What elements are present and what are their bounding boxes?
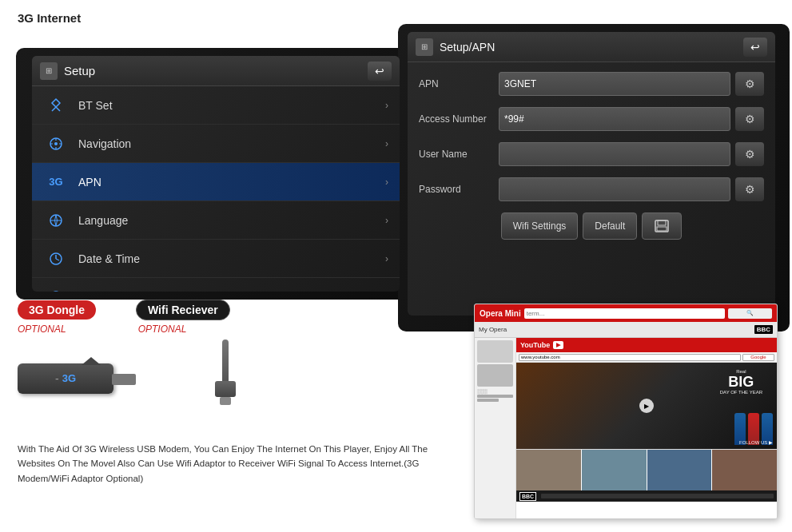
apn-field-input[interactable] [499, 72, 730, 96]
badge-row: 3G Dongle Wifi Reciever [18, 300, 385, 320]
youtube-content: YouTube ▶ Google ▶ Real BIG DAY OF THE Y… [516, 338, 777, 518]
optional-row: OPTIONAL OPTIONAL [18, 324, 385, 335]
apn-field-row: APN ⚙ [419, 69, 764, 99]
dongle-images: - 3G [18, 339, 385, 419]
language-label: Language [78, 214, 385, 227]
apn-grid-icon: ⊞ [416, 38, 433, 56]
password-label: Password [419, 184, 499, 195]
language-chevron-icon: › [385, 215, 388, 226]
apn-panel: ⊞ Setup/APN ↩ APN ⚙ Access Number ⚙ User… [408, 32, 775, 316]
dongle-cap [82, 357, 101, 365]
thumb-3 [647, 450, 713, 490]
apn-label: APN [78, 176, 385, 189]
browser-panel: Opera Mini 🔍 My Opera BBC ░░░ YouTube ▶ [474, 304, 778, 519]
dongle-section: 3G Dongle Wifi Reciever OPTIONAL OPTIONA… [18, 300, 385, 419]
datetime-chevron-icon: › [385, 253, 388, 264]
access-number-input[interactable] [499, 107, 730, 131]
bt-set-label: BT Set [78, 99, 385, 112]
yt-hero-image: ▶ Real BIG DAY OF THE YEAR FOLLOW US ▶ [516, 363, 777, 449]
access-number-label: Access Number [419, 113, 499, 125]
apn-action-buttons: Wifi Settings Default [419, 212, 764, 240]
svg-rect-14 [658, 220, 666, 225]
wifi-optional-label: OPTIONAL [138, 324, 187, 335]
sidebar-line-2 [477, 399, 499, 402]
setup-title: Setup [64, 64, 368, 77]
hero-text: Real BIG DAY OF THE YEAR [720, 369, 762, 395]
sidebar-thumb-1 [477, 340, 513, 363]
apn-back-button[interactable]: ↩ [743, 38, 767, 57]
navigation-chevron-icon: › [385, 138, 388, 149]
apn-form: APN ⚙ Access Number ⚙ User Name ⚙ Passwo… [408, 62, 775, 246]
clock-icon [43, 246, 69, 272]
username-gear-button[interactable]: ⚙ [735, 142, 764, 166]
default-button[interactable]: Default [583, 212, 637, 240]
svg-point-11 [50, 292, 62, 292]
menu-item-apn[interactable]: 3G APN › [32, 163, 400, 201]
access-number-gear-button[interactable]: ⚙ [735, 107, 764, 131]
setup-grid-icon: ⊞ [40, 62, 58, 80]
svg-rect-15 [657, 227, 667, 231]
google-label: Google [750, 355, 766, 359]
opera-search-button[interactable]: 🔍 [728, 308, 772, 319]
yt-thumbnails [516, 449, 777, 490]
play-icon[interactable]: ▶ [639, 399, 654, 413]
wifi-usb-connector [220, 397, 231, 405]
setup-panel: ⊞ Setup ↩ BT Set › Navigation › 3G APN ›… [32, 56, 400, 292]
my-opera-row: My Opera BBC [475, 322, 777, 338]
username-label: User Name [419, 149, 499, 160]
wifi-body [215, 381, 236, 397]
apn-field-label: APN [419, 78, 499, 89]
3g-dongle-badge: 3G Dongle [18, 300, 96, 320]
yt-url-input[interactable] [519, 354, 741, 361]
search-icon: 🔍 [746, 310, 754, 316]
svg-point-1 [54, 142, 58, 145]
3g-dongle-image: - 3G [18, 354, 145, 406]
apn-title: Setup/APN [440, 41, 743, 54]
menu-item-bt-set[interactable]: BT Set › [32, 86, 400, 125]
description-text: With The Aid Of 3G Wireless USB Modem, Y… [18, 442, 461, 486]
hero-day-text: DAY OF THE YEAR [720, 390, 762, 395]
username-input[interactable] [499, 142, 730, 166]
page-title: 3G Internet [18, 11, 81, 25]
setup-back-button[interactable]: ↩ [368, 62, 392, 81]
bbc-logo: BBC [754, 325, 773, 334]
navigation-label: Navigation [78, 137, 385, 150]
bbc-bar-fill [541, 494, 774, 498]
description-body: With The Aid Of 3G Wireless USB Modem, Y… [18, 444, 428, 483]
dongle-dash-icon: - [55, 372, 59, 385]
wifi-antenna [222, 339, 229, 381]
menu-item-datetime[interactable]: Date & Time › [32, 240, 400, 278]
browser-sidebar: ░░░ [475, 338, 516, 518]
sidebar-thumb-2 [477, 364, 513, 387]
about-chevron-icon: › [385, 292, 388, 292]
yt-label: YouTube [520, 341, 550, 349]
password-input[interactable] [499, 177, 730, 201]
language-icon [43, 208, 69, 233]
3g-icon: 3G [43, 169, 69, 195]
sidebar-label-1: ░░░ [477, 389, 513, 394]
setup-header: ⊞ Setup ↩ [32, 56, 400, 86]
thumb-1 [516, 450, 582, 490]
apn-gear-button[interactable]: ⚙ [735, 72, 764, 96]
follow-text: FOLLOW US ▶ [739, 439, 773, 445]
menu-item-about[interactable]: i About Device › [32, 278, 400, 292]
dongle-optional-label: OPTIONAL [18, 324, 66, 335]
dongle-3g-label: 3G [62, 372, 76, 384]
browser-main-content: ░░░ YouTube ▶ Google ▶ Real [475, 338, 777, 518]
svg-line-10 [56, 259, 59, 260]
password-gear-button[interactable]: ⚙ [735, 177, 764, 201]
apn-chevron-icon: › [385, 177, 388, 188]
access-number-field-row: Access Number ⚙ [419, 104, 764, 134]
datetime-label: Date & Time [78, 252, 385, 265]
username-field-row: User Name ⚙ [419, 139, 764, 169]
opera-search-input[interactable] [524, 308, 725, 319]
save-button[interactable] [642, 212, 682, 240]
wifi-settings-button[interactable]: Wifi Settings [501, 212, 579, 240]
apn-header: ⊞ Setup/APN ↩ [408, 32, 775, 62]
menu-item-navigation[interactable]: Navigation › [32, 125, 400, 163]
menu-item-language[interactable]: Language › [32, 201, 400, 240]
thumb-4 [712, 450, 777, 490]
info-icon: i [43, 284, 69, 292]
about-label: About Device [78, 291, 385, 292]
sidebar-line-1 [477, 395, 513, 398]
